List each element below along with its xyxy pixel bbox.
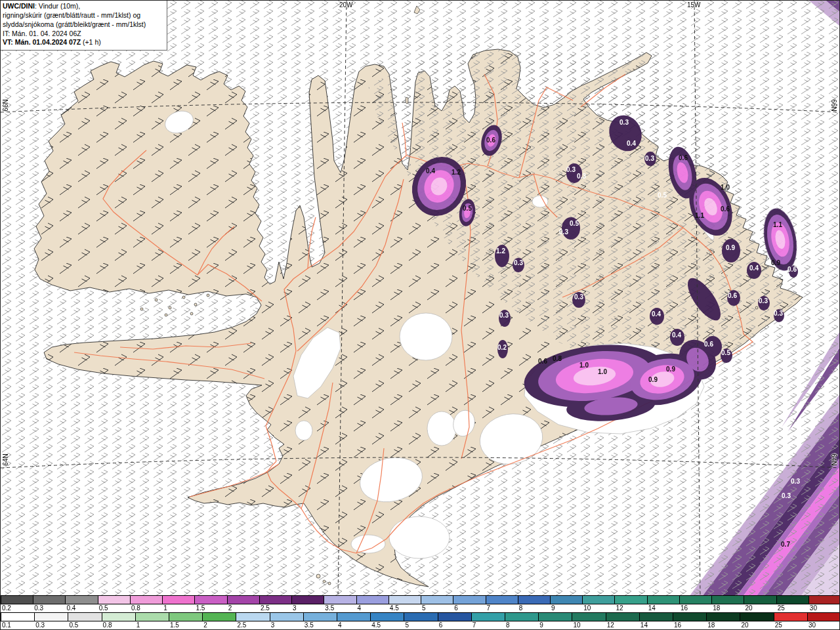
scale-segment: 12 [614,595,646,612]
latitude-label-right: 66N [830,99,837,111]
scale-swatch [370,612,404,621]
longitude-label: 15W [687,1,701,9]
precip-value: 0.8 [553,355,562,362]
scale-swatch [740,612,773,621]
latitude-label-left: 66N [2,99,9,111]
precip-value: 0.6 [788,266,797,273]
scale-segment: 10 [572,612,605,629]
scale-segment: 4 [337,612,370,629]
precip-value: 0.3 [620,119,629,126]
scale-segment: 3.5 [303,612,337,629]
scale-swatch [68,612,101,621]
scale-swatch [421,595,453,604]
scale-swatch [169,612,202,621]
scale-tick-label: 9 [538,621,572,629]
scale-swatch [711,595,744,604]
scale-segment: 18 [706,612,740,629]
scale-snow: 0.20.30.40.50.811.522.533.544.5567891012… [1,595,840,612]
legend-line-rain: rigning/skúrir (grænt/blátt/rautt - mm/1… [3,11,164,20]
precip-value: 1.2 [496,247,505,255]
scale-tick-label: 2 [202,621,236,629]
precip-value: 0.3 [577,173,586,180]
precip-value: 0.9 [726,244,735,251]
precip-value: 1.2 [452,169,461,176]
scale-segment: 1 [162,595,194,612]
scale-swatch [776,595,808,604]
precip-value: 0.3 [514,259,523,266]
scale-segment: 0.8 [102,612,135,629]
scale-segment: 2 [227,595,259,612]
scale-tick-label: 20 [740,621,773,629]
scale-tick-label: 25 [776,604,808,612]
precip-value: 1.0 [579,362,589,369]
scale-swatch [538,612,572,621]
scale-tick-label: 6 [438,621,471,629]
scale-tick-label: 9 [550,604,582,612]
scale-tick-label: 12 [614,604,646,612]
scale-swatch [404,612,437,621]
scale-segment: 4.5 [370,612,404,629]
scale-tick-label: 18 [711,604,744,612]
precip-value: 0.3 [759,297,768,304]
precip-value: 0.5 [463,205,472,212]
precip-value: 0.6 [704,341,713,348]
scale-tick-label: 16 [679,604,711,612]
scale-swatch [34,612,68,621]
scale-segment: 7 [471,612,505,629]
scale-segment: 8 [518,595,550,612]
precip-value: 0.4 [749,264,759,272]
scale-tick-label: 0.3 [34,621,68,629]
scale-rain: 0.10.30.50.811.522.533.544.5567891012141… [1,612,840,629]
scale-segment: 0.4 [65,595,97,612]
scale-swatch [606,612,639,621]
scale-segment: 4.5 [388,595,421,612]
precip-value: 0.3 [566,166,576,173]
precip-value: 0.4 [672,331,681,339]
scale-swatch [98,595,130,604]
scale-swatch [227,595,259,604]
scale-tick-label: 0.3 [33,604,65,612]
scale-tick-label: 5 [421,604,453,612]
scale-segment: 3 [291,595,324,612]
scale-tick-label: 25 [774,621,807,629]
precip-value: 0.2 [497,344,507,351]
precip-value: 0.9 [666,366,675,373]
scale-segment: 0.1 [1,612,34,629]
scale-swatch [807,612,840,621]
scale-swatch [614,595,646,604]
scale-segment: 30 [807,612,840,629]
scale-segment: 9 [538,612,572,629]
legend-line-snow: slydda/snjókoma (grátt/bleikt/grænt - mm… [3,20,164,30]
scale-tick-label: 3 [291,604,324,612]
precip-value: 1.0 [721,184,730,191]
scale-swatch [706,612,740,621]
scale-segment: 8 [505,612,538,629]
scale-segment: 2.5 [259,595,291,612]
longitude-label: 20W [339,1,353,9]
scale-tick-label: 2.5 [259,604,291,612]
scale-tick-label: 3.5 [303,621,337,629]
scale-swatch [388,595,421,604]
scale-swatch [518,595,550,604]
map-canvas: 0.60.30.40.30.60.50.41.20.30.30.51.00.61… [1,1,840,597]
scale-segment: 5 [404,612,437,629]
scale-swatch [130,595,162,604]
precip-value: 1.1 [695,212,704,219]
precip-value: 0.5 [721,349,730,356]
scale-swatch [639,612,673,621]
scale-tick-label: 18 [706,621,740,629]
scale-tick-label: 20 [744,604,776,612]
precip-value: 0.3 [782,492,791,499]
scale-swatch [505,612,538,621]
scale-tick-label: 1 [162,604,194,612]
scale-segment: 0.3 [33,595,65,612]
model-name: UWC/DINI [3,2,35,10]
scale-swatch [324,595,356,604]
scale-segment: 3 [270,612,303,629]
scale-tick-label: 1 [135,621,169,629]
scale-swatch [808,595,840,604]
precip-value: 0.6 [486,136,495,144]
scale-swatch [337,612,370,621]
scale-tick-label: 0.5 [98,604,130,612]
scale-segment: 14 [639,612,673,629]
